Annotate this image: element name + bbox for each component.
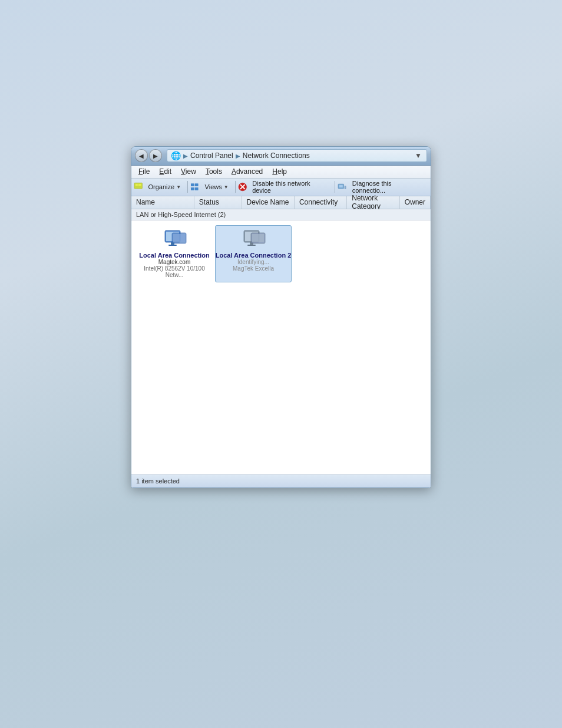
nic-icon-2 (242, 229, 265, 251)
network-connections-window: ◀ ▶ 🌐 ▶ Control Panel ▶ Network Connecti… (131, 146, 431, 488)
organize-icon (134, 182, 143, 192)
diagnose-label: Diagnose this connectio... (352, 180, 424, 194)
svg-rect-16 (168, 245, 177, 246)
organize-dropdown-arrow: ▼ (176, 185, 181, 190)
connection-item-1[interactable]: Local Area Connection Magtek.com Intel(R… (136, 225, 213, 282)
views-label: Views (205, 183, 222, 190)
organize-label: Organize (148, 183, 175, 190)
address-bar-dropdown[interactable]: ▼ (414, 151, 423, 160)
menu-file[interactable]: FFileile (134, 166, 154, 177)
svg-rect-6 (195, 187, 199, 190)
diagnose-icon (338, 182, 347, 192)
menu-bar: FFileile Edit View Tools Advanced Help (131, 166, 431, 179)
group-header-lan: LAN or High-Speed Internet (2) (131, 209, 431, 220)
path-network-connections: Network Connections (243, 151, 310, 160)
nic-icon-1 (163, 229, 186, 251)
connection-2-sub1: Identifying... (216, 259, 292, 265)
disable-icon (238, 182, 247, 192)
disable-button[interactable]: Disable this network device (248, 177, 332, 196)
menu-edit[interactable]: Edit (154, 166, 176, 177)
path-arrow2: ▶ (236, 153, 240, 159)
col-header-status[interactable]: Status (194, 196, 242, 209)
svg-rect-4 (195, 183, 199, 186)
menu-help[interactable]: Help (267, 166, 292, 177)
views-dropdown-arrow: ▼ (224, 185, 229, 190)
svg-rect-24 (252, 234, 264, 242)
toolbar-sep3 (335, 181, 335, 193)
svg-rect-22 (247, 245, 256, 246)
toolbar: Organize ▼ Views ▼ Disable this network … (131, 179, 431, 196)
column-headers: Name Status Device Name Connectivity Net… (131, 196, 431, 209)
toolbar-sep2 (235, 181, 236, 193)
status-bar: 1 item selected (131, 475, 431, 487)
title-bar: ◀ ▶ 🌐 ▶ Control Panel ▶ Network Connecti… (131, 147, 431, 166)
connection-1-sub1: Magtek.com (139, 259, 209, 265)
connection-2-sub2: MagTek Excella (216, 265, 292, 272)
col-header-device[interactable]: Device Name (242, 196, 295, 209)
organize-button[interactable]: Organize ▼ (144, 181, 186, 193)
connection-item-2[interactable]: Local Area Connection 2 Identifying... M… (215, 225, 292, 282)
svg-rect-11 (339, 185, 343, 187)
svg-rect-1 (135, 184, 138, 186)
forward-button[interactable]: ▶ (149, 149, 162, 162)
back-button[interactable]: ◀ (135, 149, 148, 162)
path-arrow: ▶ (183, 153, 188, 159)
views-button[interactable]: Views ▼ (201, 181, 233, 193)
connection-1-info: Local Area Connection Magtek.com Intel(R… (139, 252, 209, 278)
connections-grid: Local Area Connection Magtek.com Intel(R… (131, 220, 431, 287)
connection-2-info: Local Area Connection 2 Identifying... M… (216, 252, 292, 272)
views-icon (190, 183, 200, 191)
path-control-panel[interactable]: Control Panel (190, 151, 233, 160)
menu-view[interactable]: View (176, 166, 201, 177)
status-text: 1 item selected (136, 477, 180, 485)
col-header-netcat[interactable]: Network Category (347, 196, 399, 209)
menu-tools[interactable]: Tools (201, 166, 227, 177)
svg-rect-12 (345, 186, 346, 189)
connection-2-name: Local Area Connection 2 (216, 252, 292, 259)
svg-rect-5 (191, 187, 194, 190)
toolbar-sep1 (187, 181, 188, 193)
col-header-name[interactable]: Name (131, 196, 194, 209)
col-header-owner[interactable]: Owner (400, 196, 431, 209)
menu-advanced[interactable]: Advanced (227, 166, 267, 177)
address-bar[interactable]: 🌐 ▶ Control Panel ▶ Network Connections … (167, 149, 427, 162)
connection-1-name: Local Area Connection (139, 252, 209, 259)
svg-rect-18 (173, 234, 185, 242)
svg-rect-3 (191, 183, 194, 186)
window-controls: ◀ ▶ (135, 149, 162, 162)
disable-label: Disable this network device (252, 180, 328, 194)
svg-rect-2 (138, 184, 141, 186)
connection-1-sub2: Intel(R) 82562V 10/100 Netw... (139, 265, 209, 278)
content-area: LAN or High-Speed Internet (2) (131, 209, 431, 475)
col-header-connectivity[interactable]: Connectivity (295, 196, 347, 209)
path-icon: 🌐 (171, 151, 181, 160)
